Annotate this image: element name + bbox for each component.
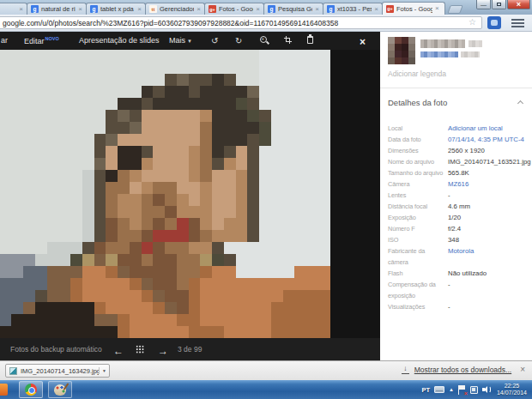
tab[interactable]: Goog× <box>0 3 27 15</box>
clock-date: 14/07/2014 <box>497 390 527 396</box>
caption-placeholder[interactable]: Adicionar legenda <box>388 70 446 78</box>
detail-row: Nome do arquivoIMG_20140714_163521.jpg <box>388 156 529 167</box>
detail-row: Dimensões2560 x 1920 <box>388 145 529 156</box>
clock[interactable]: 22:25 14/07/2014 <box>495 383 529 397</box>
system-tray: PT ▲ × 22:25 14/07/2014 <box>421 380 532 399</box>
tab-title: Fotos - Goog <box>396 5 432 13</box>
maximize-button[interactable] <box>492 0 506 9</box>
grid-icon[interactable] <box>136 345 144 354</box>
tab[interactable]: g+Fotos - Goog× <box>204 3 264 15</box>
download-arrow-icon: ↓ <box>402 365 409 374</box>
new-tab-button[interactable] <box>447 5 463 14</box>
bookmark-star-icon[interactable]: ☆ <box>469 17 476 27</box>
taskbar: PT ▲ × 22:25 14/07/2014 <box>0 380 532 399</box>
detail-value: 348 <box>448 234 459 245</box>
detail-value: 2560 x 1920 <box>448 145 485 156</box>
slideshow-button[interactable]: Apresentação de slides <box>79 36 160 45</box>
detail-value[interactable]: Adicionar um local <box>448 123 503 134</box>
details-title[interactable]: Detalhes da foto <box>388 98 447 107</box>
tab[interactable]: gxt1033 - Pesq× <box>323 3 383 15</box>
details-list: LocalAdicionar um localData da foto07/14… <box>388 123 529 312</box>
taskbar-chrome-button[interactable] <box>19 381 43 398</box>
image-file-icon <box>9 367 17 375</box>
detail-label: Lentes <box>388 190 448 201</box>
detail-label: Local <box>388 123 448 134</box>
photo-details-sidebar: Adicionar legenda Detalhes da foto Local… <box>380 32 532 360</box>
address-bar: google.com/u/0/photos/search/%23MZ616?pi… <box>0 15 532 32</box>
tab-close-icon[interactable]: × <box>196 7 201 12</box>
extension-icon[interactable] <box>487 16 501 29</box>
tab-close-icon[interactable]: × <box>19 7 23 12</box>
tab-close-icon[interactable]: × <box>315 7 319 12</box>
detail-value: 565.8K <box>448 167 469 178</box>
avatar[interactable] <box>388 37 415 64</box>
arrow-right-icon[interactable]: → <box>158 345 168 357</box>
tab-close-icon[interactable]: × <box>78 7 82 12</box>
detail-value: - <box>448 279 450 301</box>
trash-icon[interactable] <box>307 36 313 44</box>
window-controls: — × <box>475 0 530 9</box>
taskbar-paint-button[interactable] <box>48 381 72 398</box>
close-photo-icon[interactable]: × <box>360 36 366 48</box>
taskbar-partial-icon[interactable] <box>0 384 8 396</box>
minimize-button[interactable]: — <box>476 0 491 9</box>
detail-label: Distância focal <box>388 201 448 212</box>
tab-title: tablet x pda <box>100 5 135 13</box>
tab-close-icon[interactable]: × <box>435 6 439 11</box>
zoom-icon[interactable] <box>260 36 267 43</box>
detail-value[interactable]: 07/14/14, 4:35 PM UTC-4 <box>448 134 524 145</box>
crop-icon[interactable] <box>284 36 292 44</box>
tab-title: Pesquisa Go <box>278 5 312 13</box>
rotate-left-icon[interactable]: ↺ <box>211 36 218 45</box>
detail-value: Não utilizado <box>448 268 487 279</box>
edit-button[interactable]: EditarNOVO <box>24 36 59 45</box>
redacted-username[interactable] <box>420 39 465 48</box>
detail-label: Dimensões <box>388 145 448 156</box>
download-item[interactable]: IMG_20140714_163429.jpg ▼ <box>5 364 110 378</box>
tab[interactable]: g+Fotos - Goog× <box>382 2 445 15</box>
tab-close-icon[interactable]: × <box>256 7 260 12</box>
detail-row: Número Ff/2.4 <box>388 223 529 234</box>
download-file-name: IMG_20140714_163429.jpg <box>21 367 99 375</box>
close-window-button[interactable]: × <box>507 0 530 9</box>
detail-label: Número F <box>388 223 448 234</box>
detail-label: Tamanho do arquivo <box>388 167 448 178</box>
close-shelf-icon[interactable]: × <box>520 366 525 374</box>
detail-value: f/2.4 <box>448 223 461 234</box>
detail-label: Nome do arquivo <box>388 156 448 167</box>
divider <box>380 88 532 88</box>
detail-row: CâmeraMZ616 <box>388 178 529 190</box>
tab[interactable]: ttGerenciador× <box>145 3 205 15</box>
more-menu-button[interactable]: Mais▼ <box>169 36 192 45</box>
detail-label: Data da foto <box>388 134 448 145</box>
tab[interactable]: gtablet x pda× <box>86 3 146 15</box>
redacted-profile-link[interactable] <box>420 51 458 57</box>
tab[interactable]: gPesquisa Go× <box>263 3 323 15</box>
tray-window-icon[interactable] <box>470 386 478 394</box>
chevron-up-icon[interactable] <box>517 100 523 106</box>
show-hidden-icons[interactable]: ▲ <box>449 387 454 392</box>
detail-value[interactable]: MZ616 <box>448 178 469 190</box>
volume-icon[interactable] <box>482 385 491 394</box>
detail-value[interactable]: Motorola <box>448 245 474 268</box>
chrome-icon <box>25 384 37 396</box>
action-center-flag-icon[interactable]: × <box>458 385 466 395</box>
keyboard-icon[interactable] <box>434 386 444 393</box>
arrow-left-icon[interactable]: ← <box>113 345 124 357</box>
tab-close-icon[interactable]: × <box>137 7 142 12</box>
tab-close-icon[interactable]: × <box>374 7 378 12</box>
google-favicon: g <box>31 5 39 13</box>
pixelated-photo[interactable] <box>0 50 330 338</box>
share-button-partial[interactable]: ar <box>1 36 8 45</box>
detail-row: Compensação da exposição- <box>388 279 529 301</box>
language-indicator[interactable]: PT <box>421 386 430 394</box>
chrome-menu-icon[interactable] <box>511 19 524 27</box>
tab[interactable]: gnatural de ri× <box>27 3 87 15</box>
omnibox[interactable]: google.com/u/0/photos/search/%23MZ616?pi… <box>0 16 482 29</box>
chevron-down-icon[interactable]: ▼ <box>99 367 109 374</box>
detail-row: FlashNão utilizado <box>388 268 529 279</box>
detail-label: Visualizações <box>388 301 448 312</box>
show-all-downloads-link[interactable]: Mostrar todos os downloads... <box>414 366 511 374</box>
detail-value: 4.6 mm <box>448 201 470 212</box>
rotate-right-icon[interactable]: ↻ <box>235 36 242 45</box>
